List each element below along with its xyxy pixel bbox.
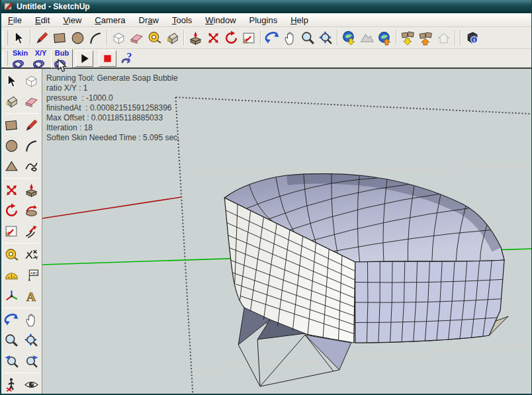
menu-window[interactable]: Window (199, 14, 242, 26)
soap-ratio-xy-button[interactable]: X/Y (30, 50, 51, 67)
stop-button[interactable] (99, 50, 116, 67)
move-tool-button[interactable] (3, 180, 21, 200)
circle-tool-button[interactable] (69, 29, 87, 47)
move-tool-icon (206, 30, 221, 46)
pushpull-tool-button[interactable] (187, 29, 204, 47)
help-button[interactable]: ? (119, 50, 137, 67)
paint-bucket-icon (165, 30, 180, 46)
line-tool-button[interactable] (33, 29, 51, 47)
menu-plugins[interactable]: Plugins (243, 14, 285, 26)
rotate-tool-button[interactable] (3, 200, 21, 221)
palette-separator (5, 113, 39, 114)
text-tool-button[interactable]: ABC (22, 265, 40, 286)
orbit-tool-icon (265, 30, 280, 46)
rectangle-tool-button[interactable] (51, 29, 69, 47)
3d-text-tool-icon: A (24, 288, 39, 304)
components-disabled-button[interactable] (435, 29, 453, 47)
toolbar-grip[interactable] (3, 51, 8, 66)
tape-measure-icon (4, 247, 19, 263)
paint-bucket-icon (4, 94, 19, 109)
offset-tool-icon (242, 30, 257, 46)
menu-file[interactable]: File (1, 14, 28, 26)
zoom-previous-button[interactable] (3, 351, 21, 371)
hud-line: Itteration : 18 (46, 123, 179, 133)
rotate-tool-icon (224, 30, 239, 46)
menu-tools[interactable]: Tools (165, 14, 199, 26)
scale-tool-icon (24, 224, 39, 239)
circle-tool-button[interactable] (3, 136, 21, 156)
toolbar-grip[interactable] (3, 30, 8, 45)
axes-tool-button[interactable] (3, 286, 21, 306)
menu-draw[interactable]: Draw (132, 14, 165, 26)
zoom-extents-button[interactable] (317, 29, 335, 47)
follow-me-tool-button[interactable] (22, 200, 40, 221)
menu-help[interactable]: Help (284, 14, 315, 26)
make-component-button[interactable] (110, 29, 128, 47)
get-current-view-button[interactable] (340, 29, 358, 47)
sketchup-logo-icon (4, 1, 13, 13)
offset-tool-button[interactable] (3, 221, 21, 241)
3d-text-tool-button[interactable]: A (22, 286, 40, 306)
scale-tool-button[interactable] (22, 221, 40, 241)
share-model-button[interactable] (417, 29, 435, 47)
dimension-tool-button[interactable] (22, 245, 40, 265)
line-tool-icon (34, 30, 50, 46)
pan-tool-button[interactable] (281, 29, 299, 47)
menu-view[interactable]: View (56, 14, 88, 26)
orbit-tool-button[interactable] (3, 310, 21, 330)
eraser-tool-button[interactable] (22, 91, 40, 112)
pan-tool-button[interactable] (22, 310, 40, 330)
select-tool-button[interactable] (10, 29, 28, 47)
freehand-tool-button[interactable] (22, 156, 40, 177)
toolbar-separator (396, 30, 397, 46)
walk-tool-button[interactable] (3, 374, 21, 394)
make-component-button[interactable] (22, 71, 40, 91)
eraser-tool-button[interactable] (128, 29, 146, 47)
arc-tool-button[interactable] (22, 136, 40, 156)
tape-measure-icon (147, 30, 162, 46)
zoom-next-button[interactable] (22, 351, 40, 371)
title-bar[interactable]: Untitled - SketchUp (1, 0, 531, 13)
zoom-extents-button[interactable] (22, 330, 40, 351)
make-component-icon (111, 30, 126, 46)
hud-line: Soften Skin Needed Time : 5.095 sec. (46, 133, 179, 143)
rectangle-tool-icon (4, 118, 19, 133)
model-info-button[interactable]: i (463, 29, 481, 47)
soap-skin-button[interactable]: Skin (10, 50, 30, 67)
rectangle-tool-button[interactable] (3, 115, 21, 136)
rotate-tool-icon (4, 203, 19, 218)
stop-icon (100, 51, 115, 66)
look-around-tool-button[interactable] (22, 374, 40, 394)
rotate-tool-button[interactable] (222, 29, 240, 47)
paint-bucket-button[interactable] (3, 91, 21, 112)
offset-tool-button[interactable] (240, 29, 258, 47)
menu-edit[interactable]: Edit (28, 14, 56, 26)
orbit-tool-button[interactable] (263, 29, 281, 47)
get-models-button[interactable] (399, 29, 417, 47)
zoom-tool-button[interactable] (299, 29, 317, 47)
paint-bucket-button[interactable] (163, 29, 181, 47)
tape-measure-button[interactable] (146, 29, 163, 47)
hud-line: ratio X/Y : 1 (46, 83, 179, 93)
move-tool-button[interactable] (204, 29, 222, 47)
select-tool-icon (4, 73, 19, 89)
pushpull-tool-button[interactable] (22, 180, 40, 200)
model-viewport[interactable]: Running Tool: Generate Soap Bubbleratio … (42, 69, 531, 394)
zoom-tool-button[interactable] (3, 330, 21, 351)
line-tool-button[interactable] (22, 115, 40, 136)
palette-separator (5, 373, 39, 373)
polygon-tool-button[interactable] (3, 156, 21, 177)
menu-camera[interactable]: Camera (88, 14, 132, 26)
arc-tool-icon (88, 30, 103, 46)
components-disabled-icon (436, 30, 451, 46)
circle-tool-icon (4, 138, 19, 154)
toolbar-separator (337, 30, 338, 46)
select-tool-button[interactable] (3, 71, 21, 91)
tape-measure-button[interactable] (3, 245, 21, 265)
toggle-terrain-button[interactable] (358, 29, 376, 47)
protractor-tool-button[interactable] (3, 265, 21, 286)
polygon-tool-icon (4, 159, 19, 174)
play-button[interactable] (75, 50, 93, 67)
arc-tool-button[interactable] (87, 29, 105, 47)
place-model-button[interactable] (376, 29, 394, 47)
